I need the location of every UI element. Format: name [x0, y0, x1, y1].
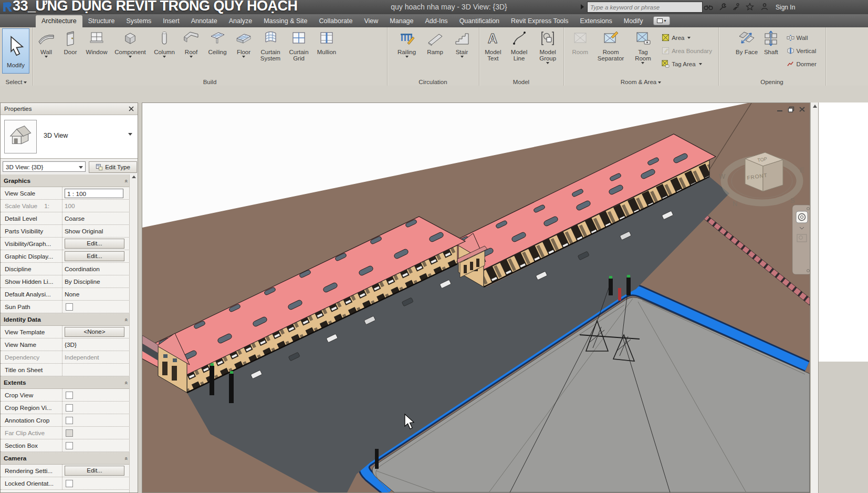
view-template-button[interactable]: <None> [65, 327, 124, 337]
tab-analyze[interactable]: Analyze [223, 15, 258, 27]
stair-button[interactable]: Stair [451, 28, 474, 58]
tab-insert[interactable]: Insert [157, 15, 185, 27]
type-selector[interactable]: 3D View [1, 115, 138, 159]
by-face-button[interactable]: By Face [736, 28, 758, 55]
section-header-camera[interactable]: Camera« [1, 452, 130, 465]
steering-wheel-button[interactable] [796, 211, 808, 223]
column-button[interactable]: Column [150, 28, 179, 58]
minimize-icon[interactable] [777, 106, 783, 112]
model-line-button[interactable]: Model Line [507, 28, 532, 61]
chevron-down-icon[interactable] [128, 133, 132, 136]
panel-label-select[interactable]: Select [0, 79, 33, 85]
view-instance-combo[interactable]: 3D View: {3D} [3, 161, 86, 172]
compass-north-label[interactable]: N [733, 200, 737, 208]
panel-label-room-area[interactable]: Room & Area [563, 79, 718, 85]
edit-type-button[interactable]: Edit Type [89, 161, 137, 173]
tab-extensions[interactable]: Extensions [574, 15, 618, 27]
curtain-system-button[interactable]: Curtain System [256, 28, 285, 61]
ribbon-minimize-toggle[interactable]: ▾ [653, 16, 670, 25]
detail-level-value[interactable]: Coarse [62, 215, 130, 222]
viewport-scrollbar[interactable] [810, 102, 819, 493]
shaft-button[interactable]: Shaft [760, 28, 782, 55]
locked-orientation-checkbox[interactable] [66, 480, 73, 487]
compass-west-label[interactable]: W [719, 172, 726, 180]
ribbon: Modify Select Wall [0, 27, 868, 86]
ramp-button[interactable]: Ramp [423, 28, 447, 55]
graphic-display-edit-button[interactable]: Edit... [65, 251, 124, 261]
wall-opening-button[interactable]: Wall [787, 31, 825, 44]
tag-room-button[interactable]: Tag Room [630, 28, 656, 64]
account-person-icon[interactable] [760, 3, 769, 11]
property-row-view-scale: View Scale1 : 100 [1, 187, 130, 200]
tag-area-button[interactable]: Tag Area [662, 57, 718, 70]
restore-icon[interactable] [788, 106, 794, 112]
room-button[interactable]: Room [568, 28, 592, 55]
roof-button[interactable]: Roof [179, 28, 203, 58]
model-text-button[interactable]: A Model Text [480, 28, 506, 61]
infocenter-expand-icon[interactable] [581, 4, 584, 9]
tab-systems[interactable]: Systems [120, 15, 157, 27]
favorites-star-icon[interactable] [746, 3, 754, 11]
tab-revit-express-tools[interactable]: Revit Express Tools [505, 15, 574, 27]
tab-add-ins[interactable]: Add-Ins [420, 15, 454, 27]
crop-view-checkbox[interactable] [66, 392, 73, 399]
area-boundary-button[interactable]: Area Boundary [662, 44, 718, 57]
railing-button[interactable]: Railing [394, 28, 420, 58]
ceiling-button[interactable]: Ceiling [203, 28, 232, 55]
search-input[interactable] [587, 2, 703, 13]
area-button[interactable]: Area [662, 31, 718, 44]
crop-region-checkbox[interactable] [66, 404, 73, 412]
tab-collaborate[interactable]: Collaborate [313, 15, 359, 27]
search-icon[interactable] [704, 3, 713, 11]
tab-manage[interactable]: Manage [384, 15, 419, 27]
properties-title-bar[interactable]: Properties [1, 103, 138, 115]
wall-button[interactable]: Wall [34, 28, 58, 58]
view-name-value[interactable]: {3D} [62, 341, 130, 348]
sun-path-checkbox[interactable] [66, 303, 73, 311]
view-scale-value[interactable]: 1 : 100 [65, 189, 123, 198]
default-analysis-value[interactable]: None [62, 291, 130, 298]
chevron-down-icon [24, 81, 27, 84]
window-button[interactable]: Window [82, 28, 111, 55]
dormer-button[interactable]: Dormer [787, 57, 825, 70]
sign-in-button[interactable]: Sign In [776, 4, 795, 11]
tab-modify[interactable]: Modify [618, 15, 649, 27]
section-header-graphics[interactable]: Graphics« [1, 174, 130, 187]
annotation-crop-checkbox[interactable] [66, 417, 73, 424]
exchange-apps-icon[interactable] [732, 3, 740, 11]
component-button[interactable]: Component [111, 28, 150, 58]
tab-structure[interactable]: Structure [82, 15, 121, 27]
compass-south-label[interactable]: S [790, 197, 795, 204]
room-separator-button[interactable]: Room Separator [594, 28, 627, 61]
floor-button[interactable]: Floor [232, 28, 256, 58]
help-wrench-icon[interactable] [718, 3, 727, 11]
svg-text:A: A [488, 31, 497, 46]
discipline-value[interactable]: Coordination [62, 265, 130, 273]
show-hidden-lines-value[interactable]: By Discipline [62, 278, 130, 285]
section-header-extents[interactable]: Extents« [1, 376, 130, 389]
door-button[interactable]: Door [58, 28, 82, 55]
tab-massing-site[interactable]: Massing & Site [258, 15, 313, 27]
mullion-button[interactable]: Mullion [312, 28, 341, 55]
tab-annotate[interactable]: Annotate [185, 15, 223, 27]
close-icon[interactable] [799, 106, 806, 112]
model-group-button[interactable]: Model Group [532, 28, 563, 64]
property-row-discipline: DisciplineCoordination [1, 263, 130, 275]
compass-east-label[interactable]: E [800, 166, 804, 174]
navigation-bar[interactable] [792, 205, 810, 274]
section-header-identity-data[interactable]: Identity Data« [1, 313, 130, 326]
section-box-checkbox[interactable] [66, 442, 73, 449]
tab-architecture[interactable]: Architecture [36, 15, 82, 27]
properties-scrollbar[interactable] [129, 174, 138, 492]
modify-button[interactable]: Modify [2, 28, 29, 74]
curtain-grid-button[interactable]: Curtain Grid [285, 28, 312, 61]
vertical-opening-button[interactable]: Vertical [787, 44, 825, 57]
parts-visibility-value[interactable]: Show Original [62, 228, 130, 235]
model-text-icon: A [484, 29, 502, 47]
rendering-settings-edit-button[interactable]: Edit... [65, 466, 124, 476]
drawing-area[interactable]: W N S E TOP FRONT [142, 103, 810, 492]
visibility-edit-button[interactable]: Edit... [65, 239, 124, 249]
tab-view[interactable]: View [358, 15, 384, 27]
tab-quantification[interactable]: Quantification [454, 15, 505, 27]
close-icon[interactable] [128, 105, 135, 112]
